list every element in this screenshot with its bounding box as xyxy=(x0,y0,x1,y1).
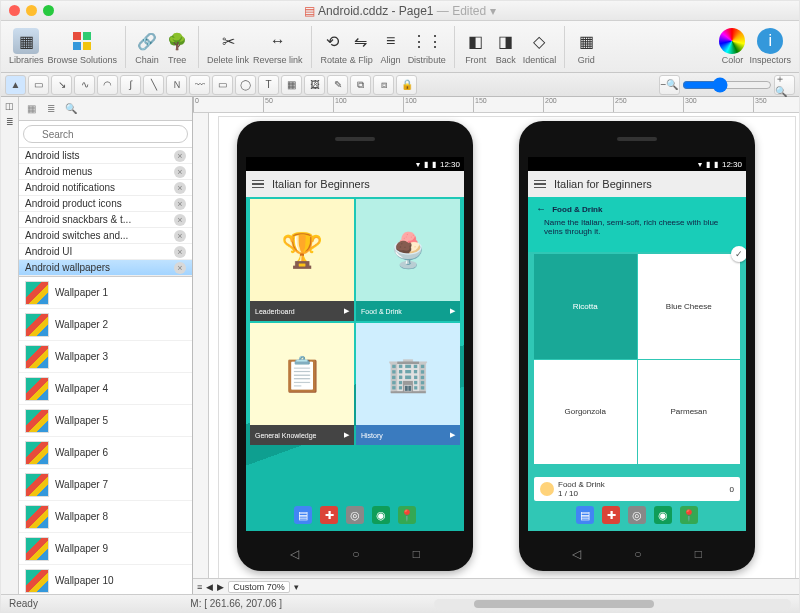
shape-row[interactable]: Wallpaper 1 xyxy=(19,277,192,309)
dock-docs-icon[interactable]: ▤ xyxy=(294,506,312,524)
library-group-row[interactable]: Android lists× xyxy=(19,148,192,164)
edit-tool[interactable]: ✎ xyxy=(327,75,348,95)
hamburger-icon[interactable] xyxy=(252,180,264,189)
toolbar-browse-solutions[interactable]: Browse Solutions xyxy=(48,28,118,65)
answer-option[interactable]: Ricotta xyxy=(534,254,637,359)
toolbar-distribute[interactable]: ⋮⋮Distribute xyxy=(408,28,446,65)
edited-indicator[interactable]: — Edited ▾ xyxy=(437,4,496,18)
toolbar-inspectors[interactable]: iInspectors xyxy=(749,28,791,65)
back-key-icon[interactable]: ◁ xyxy=(572,547,581,561)
toolbar-identical[interactable]: ◇Identical xyxy=(523,28,557,65)
page-prev-icon[interactable]: ≡ xyxy=(197,582,202,592)
toolbar-tree[interactable]: 🌳Tree xyxy=(164,28,190,65)
zoom-readout[interactable]: Custom 70% xyxy=(228,581,290,593)
recent-key-icon[interactable]: □ xyxy=(695,547,702,561)
shape-row[interactable]: Wallpaper 2 xyxy=(19,309,192,341)
check-icon[interactable]: ✓ xyxy=(731,246,746,262)
close-icon[interactable]: × xyxy=(174,198,186,210)
rect-tool[interactable]: ▭ xyxy=(212,75,233,95)
dock-maps-icon[interactable]: 📍 xyxy=(680,506,698,524)
ungroup-tool[interactable]: ⧈ xyxy=(373,75,394,95)
card-leaderboard[interactable]: 🏆Leaderboard▶ xyxy=(250,199,354,321)
toolbar-color[interactable]: Color xyxy=(719,28,745,65)
answer-option[interactable]: Gorgonzola xyxy=(534,360,637,465)
dock-chrome-icon[interactable]: ◉ xyxy=(654,506,672,524)
library-group-row[interactable]: Android switches and...× xyxy=(19,228,192,244)
back-arrow-icon[interactable]: ← xyxy=(536,203,546,214)
search-input[interactable] xyxy=(23,125,188,143)
answer-option[interactable]: Blue Cheese xyxy=(638,254,741,359)
rail-layers-icon[interactable]: ≣ xyxy=(3,115,17,129)
page-nav-right-icon[interactable]: ▶ xyxy=(217,582,224,592)
page-nav-left-icon[interactable]: ◀ xyxy=(206,582,213,592)
toolbar-chain[interactable]: 🔗Chain xyxy=(134,28,160,65)
toolbar-front[interactable]: ◧Front xyxy=(463,28,489,65)
recent-key-icon[interactable]: □ xyxy=(413,547,420,561)
card-food-drink[interactable]: 🍨Food & Drink▶ xyxy=(356,199,460,321)
table-tool[interactable]: ▦ xyxy=(281,75,302,95)
lock-tool[interactable]: 🔒 xyxy=(396,75,417,95)
polyline-tool[interactable]: Ｎ xyxy=(166,75,187,95)
home-key-icon[interactable]: ○ xyxy=(352,547,359,561)
image-tool[interactable]: 🖼 xyxy=(304,75,325,95)
toolbar-back[interactable]: ◨Back xyxy=(493,28,519,65)
library-group-row[interactable]: Android snackbars & t...× xyxy=(19,212,192,228)
dock-camera-icon[interactable]: ◎ xyxy=(346,506,364,524)
close-icon[interactable]: × xyxy=(174,230,186,242)
dock-chrome-icon[interactable]: ◉ xyxy=(372,506,390,524)
zoom-out-button[interactable]: −🔍 xyxy=(659,75,680,95)
scrollbar-thumb[interactable] xyxy=(474,600,654,608)
text-tool[interactable]: T xyxy=(258,75,279,95)
shape-row[interactable]: Wallpaper 3 xyxy=(19,341,192,373)
zoom-slider[interactable] xyxy=(682,77,772,93)
toolbar-align[interactable]: ≡Align xyxy=(378,28,404,65)
toolbar-grid[interactable]: ▦Grid xyxy=(573,28,599,65)
toolbar-delete-link[interactable]: ✂Delete link xyxy=(207,28,249,65)
phone-mockup-2[interactable]: ▾ ▮ ▮ 12:30 Italian for Beginners ← xyxy=(519,121,755,571)
library-group-row[interactable]: Android notifications× xyxy=(19,180,192,196)
close-icon[interactable]: × xyxy=(174,182,186,194)
pointer-tool[interactable]: ▲ xyxy=(5,75,26,95)
freehand-tool[interactable]: 〰 xyxy=(189,75,210,95)
back-key-icon[interactable]: ◁ xyxy=(290,547,299,561)
shape-row[interactable]: Wallpaper 6 xyxy=(19,437,192,469)
hamburger-icon[interactable] xyxy=(534,180,546,189)
phone-mockup-1[interactable]: ▾ ▮ ▮ 12:30 Italian for Beginners xyxy=(237,121,473,571)
scrollbar-horizontal[interactable] xyxy=(434,599,791,609)
view-list-icon[interactable]: ≣ xyxy=(43,101,59,117)
toolbar-reverse-link[interactable]: ↔Reverse link xyxy=(253,28,303,65)
close-icon[interactable]: × xyxy=(174,150,186,162)
shape-row[interactable]: Wallpaper 5 xyxy=(19,405,192,437)
line-tool[interactable]: ╲ xyxy=(143,75,164,95)
card-history[interactable]: 🏢History▶ xyxy=(356,323,460,445)
zoom-dropdown-icon[interactable]: ▾ xyxy=(294,582,299,592)
dock-plus-icon[interactable]: ✚ xyxy=(602,506,620,524)
segment-tool[interactable]: ▭ xyxy=(28,75,49,95)
shape-row[interactable]: Wallpaper 9 xyxy=(19,533,192,565)
library-group-row[interactable]: Android product icons× xyxy=(19,196,192,212)
library-group-row[interactable]: Android wallpapers× xyxy=(19,260,192,276)
toolbar-libraries[interactable]: ▦ Libraries xyxy=(9,28,44,65)
zoom-in-button[interactable]: ＋🔍 xyxy=(774,75,795,95)
answer-option[interactable]: Parmesan xyxy=(638,360,741,465)
dock-plus-icon[interactable]: ✚ xyxy=(320,506,338,524)
shape-row[interactable]: Wallpaper 10 xyxy=(19,565,192,594)
zoom-range[interactable] xyxy=(682,77,772,93)
dock-camera-icon[interactable]: ◎ xyxy=(628,506,646,524)
connector-tool[interactable]: ↘ xyxy=(51,75,72,95)
toolbar-rotate-flip[interactable]: ⟲⇋Rotate & Flip xyxy=(320,28,374,65)
close-icon[interactable]: × xyxy=(174,262,186,274)
close-icon[interactable]: × xyxy=(174,166,186,178)
library-group-row[interactable]: Android menus× xyxy=(19,164,192,180)
spline-tool[interactable]: ∫ xyxy=(120,75,141,95)
curve-tool[interactable]: ∿ xyxy=(74,75,95,95)
home-key-icon[interactable]: ○ xyxy=(634,547,641,561)
ellipse-tool[interactable]: ◯ xyxy=(235,75,256,95)
search-mode-icon[interactable]: 🔍 xyxy=(63,101,79,117)
dock-maps-icon[interactable]: 📍 xyxy=(398,506,416,524)
shape-row[interactable]: Wallpaper 8 xyxy=(19,501,192,533)
group-tool[interactable]: ⧉ xyxy=(350,75,371,95)
card-general-knowledge[interactable]: 📋General Knowledge▶ xyxy=(250,323,354,445)
close-icon[interactable]: × xyxy=(174,246,186,258)
close-icon[interactable]: × xyxy=(174,214,186,226)
